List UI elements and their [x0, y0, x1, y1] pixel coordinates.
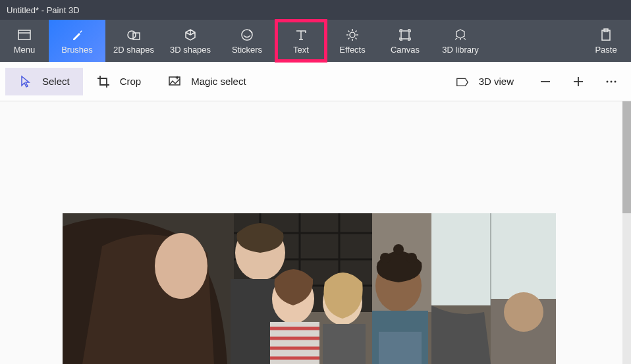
svg-point-34	[611, 80, 613, 82]
svg-rect-0	[18, 30, 30, 39]
tab-2d-shapes[interactable]: 2D shapes	[105, 20, 162, 62]
ribbon: Menu Brushes 2D shapes 3D shapes Sticker…	[0, 20, 631, 62]
crop-button[interactable]: Crop	[83, 68, 155, 95]
toolbar: Select Crop Magic select 3D view	[0, 62, 631, 101]
title-text: Untitled* - Paint 3D	[7, 5, 80, 15]
svg-line-5	[249, 30, 252, 33]
svg-line-12	[356, 38, 357, 39]
menu-icon	[17, 28, 32, 42]
zoom-in-button[interactable]	[564, 67, 593, 96]
tab-label: Brushes	[61, 45, 93, 55]
tab-label: Text	[293, 45, 309, 55]
toolbar-right: 3D view	[442, 67, 626, 96]
tab-label: 3D library	[442, 45, 479, 55]
more-icon	[604, 74, 618, 89]
select-button[interactable]: Select	[5, 68, 83, 95]
scrollbar-thumb[interactable]	[622, 101, 631, 213]
tab-stickers[interactable]: Stickers	[219, 20, 275, 62]
paste-label: Paste	[595, 45, 617, 55]
paste-button[interactable]: Paste	[581, 20, 631, 62]
svg-point-62	[393, 244, 404, 255]
effects-icon	[345, 28, 360, 42]
svg-rect-15	[401, 31, 409, 39]
shapes-3d-icon	[183, 28, 198, 42]
tab-3d-shapes[interactable]: 3D shapes	[162, 20, 219, 62]
tab-label: 2D shapes	[113, 45, 154, 55]
paste-icon	[599, 28, 613, 42]
canvas-icon	[398, 28, 412, 42]
tab-label: Effects	[339, 45, 366, 55]
svg-line-14	[356, 30, 357, 32]
tab-effects[interactable]: Effects	[327, 20, 378, 62]
plus-icon	[571, 74, 586, 89]
canvas-area	[0, 101, 631, 364]
svg-point-35	[615, 80, 617, 82]
tab-brushes[interactable]: Brushes	[49, 20, 105, 62]
svg-point-33	[607, 80, 609, 82]
magic-select-label: Magic select	[191, 76, 246, 87]
text-icon	[294, 28, 308, 42]
svg-point-2	[128, 31, 136, 39]
crop-label: Crop	[120, 76, 142, 87]
svg-rect-45	[431, 213, 556, 305]
more-button[interactable]	[597, 67, 626, 96]
stickers-icon	[240, 28, 254, 42]
brush-icon	[70, 28, 84, 42]
workspace[interactable]	[0, 101, 622, 364]
svg-line-11	[348, 30, 350, 32]
minus-icon	[538, 74, 553, 89]
svg-line-25	[455, 38, 457, 39]
cursor-icon	[18, 74, 33, 89]
magic-select-icon	[167, 74, 182, 89]
svg-line-13	[348, 38, 350, 39]
magic-select-button[interactable]: Magic select	[154, 68, 259, 95]
image-content[interactable]	[63, 213, 556, 364]
svg-rect-64	[379, 332, 422, 364]
tab-3d-library[interactable]: 3D library	[432, 20, 489, 62]
tab-text[interactable]: Text	[275, 20, 327, 62]
svg-point-67	[504, 292, 543, 332]
svg-line-26	[464, 38, 466, 39]
view-3d-icon	[455, 74, 470, 89]
svg-point-6	[350, 32, 355, 38]
tab-label: Stickers	[232, 45, 262, 55]
shapes-2d-icon	[126, 28, 141, 42]
select-label: Select	[42, 76, 70, 87]
crop-icon	[96, 74, 111, 89]
svg-point-60	[380, 253, 391, 263]
menu-label: Menu	[14, 45, 36, 55]
titlebar: Untitled* - Paint 3D	[0, 0, 631, 20]
zoom-out-button[interactable]	[531, 67, 560, 96]
menu-button[interactable]: Menu	[0, 20, 49, 62]
view-3d-label: 3D view	[479, 76, 514, 87]
scrollbar-vertical[interactable]	[622, 101, 631, 364]
3d-view-button[interactable]: 3D view	[442, 68, 527, 95]
svg-rect-58	[323, 324, 366, 364]
library-3d-icon	[453, 28, 468, 42]
tab-canvas[interactable]: Canvas	[378, 20, 432, 62]
tab-label: 3D shapes	[170, 45, 211, 55]
svg-point-48	[155, 233, 207, 299]
svg-point-61	[406, 253, 417, 263]
tab-label: Canvas	[391, 45, 420, 55]
